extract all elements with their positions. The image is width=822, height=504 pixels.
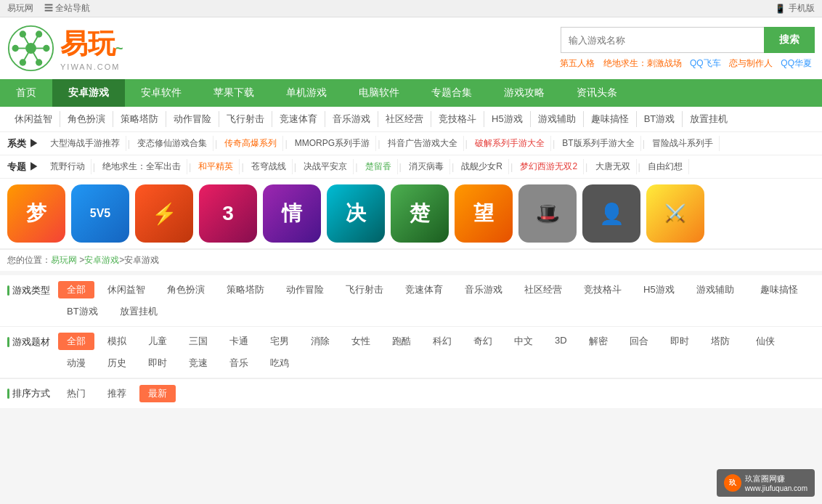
filter-type-all[interactable]: 全部: [58, 281, 94, 298]
hot-link-1[interactable]: 第五人格: [560, 58, 595, 68]
filter-theme-fantasy[interactable]: 奇幻: [465, 333, 501, 350]
cat-h5[interactable]: H5游戏: [484, 111, 531, 127]
filter-type-community[interactable]: 社区经营: [516, 281, 571, 298]
cat-tools[interactable]: 游戏辅助: [531, 111, 584, 127]
filter-theme-chicken[interactable]: 吃鸡: [261, 354, 298, 372]
breadcrumb-android[interactable]: 安卓游戏: [84, 255, 119, 265]
cat-esports[interactable]: 竞技格斗: [431, 111, 484, 127]
filter-theme-all[interactable]: 全部: [58, 333, 94, 350]
filter-theme-parkour[interactable]: 跑酷: [383, 333, 420, 350]
filter-theme-3kingdoms[interactable]: 三国: [180, 333, 216, 350]
game-icon-1[interactable]: 梦: [7, 184, 65, 243]
nav-home[interactable]: 首页: [0, 79, 52, 107]
game-icon-6[interactable]: 决: [327, 184, 385, 243]
sort-recommend[interactable]: 推荐: [99, 385, 135, 402]
filter-type-tools[interactable]: 游戏辅助: [688, 281, 743, 298]
filter-theme-music[interactable]: 音乐: [221, 354, 257, 372]
topic-menghuanxi[interactable]: 梦幻西游无双2: [514, 159, 584, 174]
cat-rpg[interactable]: 角色扮演: [60, 111, 113, 127]
nav-android-software[interactable]: 安卓软件: [125, 79, 198, 107]
cat-bt[interactable]: BT游戏: [637, 111, 683, 127]
nav-news[interactable]: 资讯头条: [561, 79, 633, 107]
filter-theme-realtime[interactable]: 即时: [662, 333, 698, 350]
series-bt[interactable]: BT版系列手游大全: [556, 136, 640, 151]
game-icon-7[interactable]: 楚: [391, 184, 449, 243]
cat-action[interactable]: 动作冒险: [166, 111, 219, 127]
topic-fantasy[interactable]: 自由幻想: [642, 159, 689, 174]
filter-theme-kids[interactable]: 儿童: [139, 333, 176, 350]
nav-strategy[interactable]: 游戏攻略: [488, 79, 561, 107]
cat-casual[interactable]: 休闲益智: [7, 111, 60, 127]
cat-racing[interactable]: 竞速体育: [272, 111, 325, 127]
filter-type-funny[interactable]: 趣味搞怪: [752, 281, 807, 298]
breadcrumb-home[interactable]: 易玩网: [51, 255, 77, 265]
series-legend[interactable]: 传奇高爆系列: [219, 136, 283, 151]
filter-type-strategy[interactable]: 策略塔防: [218, 281, 273, 298]
cat-community[interactable]: 社区经营: [378, 111, 431, 127]
cat-music[interactable]: 音乐游戏: [325, 111, 378, 127]
filter-theme-female[interactable]: 女性: [343, 333, 379, 350]
filter-theme-speed[interactable]: 竞速: [180, 354, 216, 372]
filter-type-h5[interactable]: H5游戏: [635, 281, 683, 298]
cat-flight[interactable]: 飞行射击: [219, 111, 272, 127]
cat-idle[interactable]: 放置挂机: [683, 111, 735, 127]
filter-theme-scifi[interactable]: 科幻: [424, 333, 460, 350]
game-icon-3[interactable]: ⚡: [135, 184, 193, 243]
game-icon-2[interactable]: 5V5: [71, 184, 129, 243]
topic-datang[interactable]: 大唐无双: [590, 159, 637, 174]
sort-hot[interactable]: 热门: [58, 385, 94, 402]
filter-type-idle[interactable]: 放置挂机: [111, 303, 166, 320]
series-mmorpg[interactable]: MMORPG系列手游: [289, 136, 376, 151]
series-crack[interactable]: 破解系列手游大全: [469, 136, 551, 151]
filter-theme-otaku[interactable]: 宅男: [261, 333, 298, 350]
filter-theme-tower[interactable]: 塔防: [702, 333, 738, 350]
cat-funny[interactable]: 趣味搞怪: [584, 111, 637, 127]
hot-link-3[interactable]: QQ飞车: [690, 58, 721, 68]
filter-type-bt[interactable]: BT游戏: [58, 303, 107, 320]
filter-theme-puzzle[interactable]: 解密: [580, 333, 616, 350]
game-icon-11[interactable]: ⚔️: [646, 184, 704, 243]
search-input[interactable]: [561, 27, 764, 53]
series-adventure[interactable]: 冒险战斗系列手: [646, 136, 720, 151]
topic-warship[interactable]: 战舰少女R: [455, 159, 509, 174]
filter-type-casual[interactable]: 休闲益智: [99, 281, 154, 298]
filter-type-racing[interactable]: 竞速体育: [396, 281, 452, 298]
topic-virus[interactable]: 消灭病毒: [403, 159, 450, 174]
filter-theme-anime[interactable]: 动漫: [58, 354, 94, 372]
topic-wildfire[interactable]: 荒野行动: [44, 159, 91, 174]
site-name[interactable]: 易玩网: [7, 2, 33, 15]
topic-chuliu[interactable]: 楚留香: [359, 159, 398, 174]
game-icon-5[interactable]: 情: [263, 184, 321, 243]
topic-peaceelite[interactable]: 和平精英: [192, 159, 240, 174]
filter-type-music[interactable]: 音乐游戏: [456, 281, 511, 298]
filter-theme-instant[interactable]: 即时: [139, 354, 176, 372]
hot-link-2[interactable]: 绝地求生：刺激战场: [603, 58, 682, 68]
filter-theme-chinese[interactable]: 中文: [505, 333, 542, 350]
series-naval[interactable]: 大型海战手游推荐: [44, 136, 126, 151]
cat-strategy[interactable]: 策略塔防: [113, 111, 166, 127]
hot-link-5[interactable]: QQ华夏: [781, 58, 812, 68]
game-icon-4[interactable]: 3: [199, 184, 257, 243]
nav-special[interactable]: 专题合集: [415, 79, 488, 107]
nav-standalone-games[interactable]: 单机游戏: [270, 79, 343, 107]
topic-canopy[interactable]: 苍穹战线: [245, 159, 293, 174]
filter-theme-3d[interactable]: 3D: [546, 333, 576, 350]
series-tiktok[interactable]: 抖音广告游戏大全: [382, 136, 464, 151]
series-xian[interactable]: 变态修仙游戏合集: [131, 136, 213, 151]
filter-type-rpg[interactable]: 角色扮演: [158, 281, 213, 298]
filter-theme-history[interactable]: 历史: [99, 354, 135, 372]
filter-type-action[interactable]: 动作冒险: [277, 281, 333, 298]
game-icon-9[interactable]: 🎩: [518, 184, 577, 243]
game-icon-10[interactable]: 👤: [582, 184, 640, 243]
filter-theme-xianxia[interactable]: 仙侠: [747, 333, 784, 350]
filter-theme-eliminate[interactable]: 消除: [302, 333, 338, 350]
filter-theme-sim[interactable]: 模拟: [99, 333, 135, 350]
filter-type-flight[interactable]: 飞行射击: [337, 281, 392, 298]
nav-all[interactable]: ☰ 全站导航: [44, 2, 90, 15]
search-button[interactable]: 搜索: [764, 27, 815, 53]
topic-peace[interactable]: 决战平安京: [298, 159, 354, 174]
filter-theme-cartoon[interactable]: 卡通: [221, 333, 257, 350]
filter-theme-turnbased[interactable]: 回合: [621, 333, 657, 350]
nav-android-games[interactable]: 安卓游戏: [52, 79, 125, 107]
nav-pc-software[interactable]: 电脑软件: [343, 79, 415, 107]
